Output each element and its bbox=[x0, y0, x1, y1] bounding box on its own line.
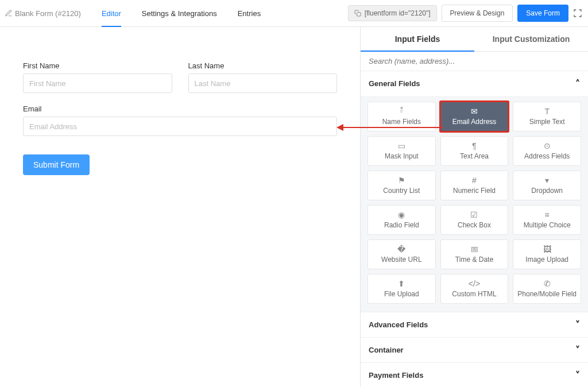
section-general-fields[interactable]: General Fields ˄ bbox=[361, 71, 588, 96]
field-simple-text[interactable]: TSimple Text bbox=[513, 102, 581, 131]
field-checkbox[interactable]: ☑Check Box bbox=[440, 205, 509, 235]
person-icon: ◦̊ bbox=[399, 107, 404, 115]
fullscreen-icon[interactable] bbox=[573, 9, 582, 18]
field-multiple-choice[interactable]: ≡Multiple Choice bbox=[513, 205, 581, 235]
general-fields-grid: ◦̊Name Fields ✉Email Address TSimple Tex… bbox=[361, 96, 588, 312]
form-canvas: First Name Last Name Email Submit Form bbox=[0, 27, 360, 387]
text-icon: T bbox=[544, 107, 550, 115]
field-mask-input[interactable]: ▭Mask Input bbox=[368, 136, 436, 166]
section-advanced-label: Advanced Fields bbox=[369, 320, 428, 329]
email-field[interactable]: Email bbox=[23, 105, 337, 136]
field-image-upload[interactable]: 🖼︎Image Upload bbox=[513, 239, 581, 269]
field-country[interactable]: ⚑Country List bbox=[368, 171, 436, 200]
sidebar-search-input[interactable] bbox=[368, 56, 583, 66]
code-icon: </> bbox=[469, 280, 480, 288]
field-email[interactable]: ✉Email Address bbox=[440, 102, 509, 131]
pencil-icon bbox=[5, 9, 13, 17]
check-icon: ☑ bbox=[470, 211, 478, 219]
tab-entries[interactable]: Entries bbox=[238, 0, 261, 26]
field-date[interactable]: 📅︎Time & Date bbox=[440, 239, 509, 269]
copy-icon bbox=[354, 10, 361, 17]
email-input[interactable] bbox=[23, 117, 337, 136]
field-phone[interactable]: ✆Phone/Mobile Field bbox=[513, 274, 581, 304]
section-container[interactable]: Container ˅ bbox=[361, 337, 588, 362]
shortcode-text: [fluentform id="2120"] bbox=[365, 9, 431, 17]
section-advanced-fields[interactable]: Advanced Fields ˅ bbox=[361, 312, 588, 337]
header-tabs: Editor Settings & Integrations Entries bbox=[91, 0, 271, 26]
save-button[interactable]: Save Form bbox=[517, 5, 568, 22]
first-name-input[interactable] bbox=[23, 73, 172, 93]
paragraph-icon: ¶ bbox=[472, 142, 477, 150]
form-title-wrap: Blank Form (#2120) bbox=[5, 9, 81, 18]
pin-icon: ⊙ bbox=[544, 142, 551, 150]
preview-button[interactable]: Preview & Design bbox=[442, 5, 513, 22]
mask-icon: ▭ bbox=[398, 142, 405, 150]
form-title[interactable]: Blank Form (#2120) bbox=[15, 9, 81, 18]
envelope-icon: ✉ bbox=[471, 107, 478, 115]
chevron-down-icon: ˅ bbox=[575, 370, 580, 381]
chevron-up-icon: ˄ bbox=[575, 78, 580, 89]
radio-icon: ◉ bbox=[398, 211, 405, 219]
field-custom-html[interactable]: </>Custom HTML bbox=[440, 274, 509, 304]
section-payment-label: Payment Fields bbox=[369, 371, 423, 380]
email-label: Email bbox=[23, 105, 337, 113]
chevron-down-icon: ˅ bbox=[575, 345, 580, 355]
hash-icon: # bbox=[472, 176, 477, 184]
svg-rect-0 bbox=[357, 13, 361, 17]
first-name-field[interactable]: First Name bbox=[23, 61, 172, 93]
field-address[interactable]: ⊙Address Fields bbox=[513, 136, 581, 166]
last-name-input[interactable] bbox=[188, 73, 338, 93]
flag-icon: ⚑ bbox=[398, 176, 405, 184]
field-numeric[interactable]: #Numeric Field bbox=[440, 171, 509, 200]
last-name-label: Last Name bbox=[188, 61, 338, 70]
tab-settings[interactable]: Settings & Integrations bbox=[142, 0, 217, 26]
sidebar: Input Fields Input Customization General… bbox=[360, 27, 588, 387]
phone-icon: ✆ bbox=[544, 280, 551, 288]
image-icon: 🖼︎ bbox=[543, 245, 551, 253]
calendar-icon: 📅︎ bbox=[470, 245, 478, 253]
section-container-label: Container bbox=[369, 346, 404, 354]
submit-button[interactable]: Submit Form bbox=[23, 154, 90, 175]
sidebar-tab-customization[interactable]: Input Customization bbox=[474, 27, 588, 52]
field-dropdown[interactable]: ▾Dropdown bbox=[513, 171, 581, 200]
field-url[interactable]: �Website URL bbox=[368, 239, 436, 269]
first-name-label: First Name bbox=[23, 61, 172, 70]
section-general-label: General Fields bbox=[369, 79, 420, 88]
top-bar: Blank Form (#2120) Editor Settings & Int… bbox=[0, 0, 588, 27]
sidebar-tabs: Input Fields Input Customization bbox=[361, 27, 588, 52]
field-name[interactable]: ◦̊Name Fields bbox=[368, 102, 436, 131]
list-icon: ≡ bbox=[545, 211, 550, 219]
section-payment-fields[interactable]: Payment Fields ˅ bbox=[361, 362, 588, 387]
upload-icon: ⬆︎ bbox=[398, 280, 405, 288]
dropdown-icon: ▾ bbox=[545, 176, 549, 184]
sidebar-tab-input-fields[interactable]: Input Fields bbox=[361, 27, 474, 52]
field-text-area[interactable]: ¶Text Area bbox=[440, 136, 509, 166]
link-icon: � bbox=[397, 245, 405, 253]
header-actions: [fluentform id="2120"] Preview & Design … bbox=[348, 5, 588, 22]
field-radio[interactable]: ◉Radio Field bbox=[368, 205, 436, 235]
shortcode-box[interactable]: [fluentform id="2120"] bbox=[348, 5, 437, 21]
sidebar-search-row bbox=[361, 52, 588, 71]
tab-editor[interactable]: Editor bbox=[102, 0, 121, 26]
chevron-down-icon: ˅ bbox=[575, 319, 580, 330]
field-file-upload[interactable]: ⬆︎File Upload bbox=[368, 274, 436, 304]
last-name-field[interactable]: Last Name bbox=[188, 61, 338, 93]
